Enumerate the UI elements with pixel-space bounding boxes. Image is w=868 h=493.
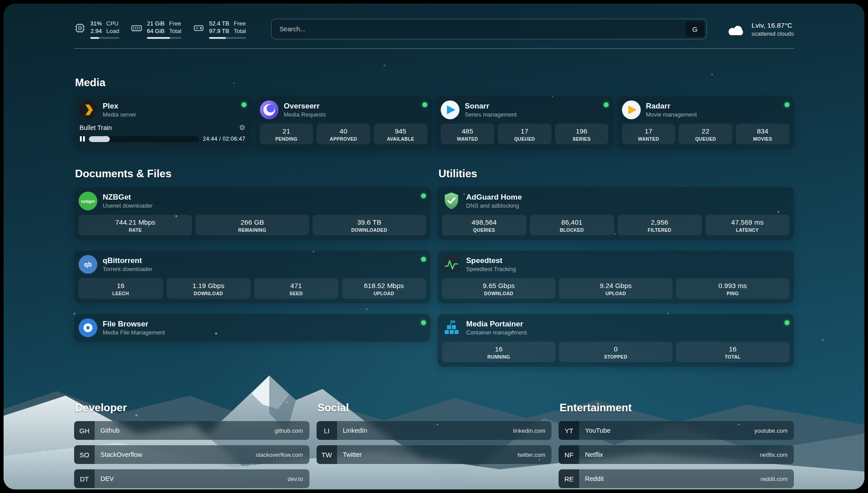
stat-value: 16 (444, 345, 554, 353)
service-desc: Movie management (646, 111, 697, 118)
playback-time: 24:44 / 02:06:47 (203, 136, 245, 142)
stat-value: 1.19 Gbps (168, 281, 249, 290)
stat-value: 196 (557, 127, 607, 135)
cpu-progress-fill (90, 37, 99, 39)
bookmark-name: Twitter (343, 451, 362, 458)
memory-readout: 21 GiB Free 64 GiB Total (147, 20, 181, 39)
bookmark-name: Netflix (585, 451, 603, 458)
bookmark-reddit[interactable]: RE Reddit reddit.com (559, 469, 794, 488)
service-name: File Browser (103, 319, 165, 329)
pause-icon[interactable] (79, 136, 85, 142)
stat-approved: 40 APPROVED (317, 124, 370, 144)
overseerr-card[interactable]: Overseerr Media Requests 21 PENDING 40 A… (255, 96, 432, 149)
bookmark-url: youtube.com (755, 427, 788, 434)
service-desc: Speedtest Tracking (466, 265, 516, 273)
bookmark-url: twitter.com (517, 451, 545, 458)
bookmark-abbr: SO (74, 445, 95, 464)
stat-label: UPLOAD (344, 291, 425, 296)
playback-progress-fill (89, 136, 110, 142)
bookmark-dev[interactable]: DT DEV dev.to (74, 469, 309, 488)
status-dot (785, 320, 789, 325)
stat-value: 266 GB (197, 218, 307, 226)
stat-queued: 22 QUEUED (679, 124, 732, 144)
radarr-card[interactable]: Radarr Movie management 17 WANTED 22 QUE… (618, 96, 794, 149)
service-name: Media Portainer (466, 319, 527, 329)
status-dot (421, 193, 426, 198)
sonarr-card[interactable]: Sonarr Series management 485 WANTED 17 Q… (436, 96, 613, 149)
filebrowser-icon (79, 318, 97, 337)
ram-icon (131, 22, 142, 34)
stat-label: QUEUED (500, 136, 550, 142)
bookmark-youtube[interactable]: YT YouTube youtube.com (559, 421, 794, 440)
search-input[interactable] (279, 25, 685, 33)
search-provider-button[interactable]: G (685, 21, 704, 37)
service-name: AdGuard Home (466, 192, 522, 202)
bookmark-github[interactable]: GH Github github.com (74, 421, 309, 440)
bookmark-twitter[interactable]: TW Twitter twitter.com (317, 445, 552, 464)
gear-icon[interactable]: ⚙ (239, 123, 245, 132)
bookmark-netflix[interactable]: NF Netflix netflix.com (559, 445, 794, 464)
disk-free-label: Free (234, 20, 246, 27)
dashboard-screen: 31% CPU 2.94 Load 21 G (4, 4, 864, 489)
plex-icon (79, 100, 97, 119)
stat-running: 16 RUNNING (442, 342, 555, 362)
qbittorrent-card[interactable]: qb qBittorrent Torrent downloader 16 (74, 251, 430, 303)
bookmark-name: YouTube (585, 427, 610, 434)
stat-label: FILTERED (619, 227, 700, 233)
stat-value: 945 (376, 127, 426, 135)
nzbget-card[interactable]: nzbget NZBGet Usenet downloader 744.21 M… (74, 187, 430, 240)
section-title-utilities: Utilities (438, 167, 794, 180)
status-dot (421, 320, 426, 325)
weather-text: Lviv, 16.87°C scattered clouds (751, 21, 794, 37)
speedtest-card[interactable]: Speedtest Speedtest Tracking 9.65 Gbps D… (438, 251, 794, 303)
bookmark-name: DEV (100, 475, 114, 482)
stat-movies: 834 MOVIES (736, 124, 789, 144)
section-title-media: Media (75, 76, 794, 89)
memory-widget: 21 GiB Free 64 GiB Total (131, 20, 181, 39)
bookmark-url: github.com (275, 427, 303, 434)
top-bar: 31% CPU 2.94 Load 21 G (74, 4, 794, 39)
stat-stopped: 0 STOPPED (559, 342, 672, 362)
cpu-load-value: 2.94 (90, 27, 102, 35)
service-desc: Torrent downloader (103, 265, 152, 273)
filebrowser-card[interactable]: File Browser Media File Management (74, 314, 430, 342)
section-title-entertainment: Entertainment (559, 401, 794, 414)
disk-free-value: 52.4 TB (209, 20, 229, 27)
bookmark-url: stackoverflow.com (255, 451, 303, 458)
bookmark-abbr: DT (74, 469, 95, 488)
stat-label: BLOCKED (532, 227, 613, 233)
radarr-icon (622, 100, 641, 119)
bookmark-abbr: GH (74, 421, 95, 440)
stat-value: 17 (500, 127, 550, 135)
stat-label: QUEUED (680, 136, 730, 142)
memory-progress-fill (147, 37, 170, 39)
plex-card[interactable]: Plex Media server Bullet Train ⚙ (74, 96, 251, 149)
stat-pending: 21 PENDING (260, 124, 313, 144)
stat-value: 2,956 (619, 218, 700, 226)
stat-value: 86,401 (532, 218, 613, 226)
cpu-usage-value: 31% (90, 20, 102, 27)
adguard-shield-icon (442, 192, 461, 210)
bookmark-linkedin[interactable]: LI LinkedIn linkedin.com (317, 421, 552, 440)
cpu-usage-label: CPU (106, 20, 119, 27)
disk-total-label: Total (234, 27, 246, 35)
section-title-developer: Developer (75, 401, 309, 414)
stat-downloaded: 39.6 TB DOWNLOADED (313, 215, 426, 235)
stat-label: PENDING (262, 136, 312, 142)
stat-label: MOVIES (738, 136, 788, 142)
portainer-card[interactable]: Media Portainer Container management 16 … (438, 314, 794, 367)
stat-label: RUNNING (444, 354, 554, 359)
nzbget-icon: nzbget (79, 192, 97, 210)
playback-progress-track[interactable] (89, 136, 199, 142)
stat-download: 9.65 Gbps DOWNLOAD (442, 278, 555, 299)
cpu-icon (74, 22, 86, 34)
adguard-card[interactable]: AdGuard Home DNS and adblocking 498,564 … (438, 187, 794, 240)
bookmark-name: Github (100, 427, 120, 434)
stat-value: 16 (678, 345, 788, 353)
service-desc: Series management (465, 111, 517, 118)
section-documents: Documents & Files nzbget NZBGet Usenet d… (74, 167, 430, 367)
bookmark-stackoverflow[interactable]: SO StackOverflow stackoverflow.com (74, 445, 309, 464)
disk-readout: 52.4 TB Free 97.9 TB Total (209, 20, 246, 39)
bookmark-url: dev.to (288, 476, 303, 482)
stat-ping: 0.993 ms PING (676, 278, 789, 299)
